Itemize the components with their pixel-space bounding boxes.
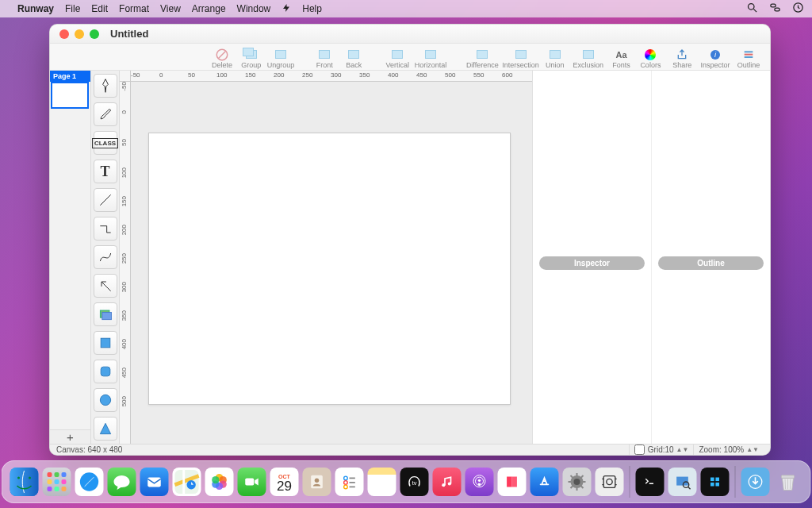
toolbar-exclusion[interactable]: Exclusion <box>571 44 606 69</box>
grid-checkbox[interactable] <box>634 444 645 455</box>
dock-contacts[interactable] <box>303 468 331 496</box>
curve-tool[interactable] <box>94 245 117 269</box>
triangle-tool[interactable] <box>94 417 117 441</box>
line-tool[interactable] <box>94 188 117 212</box>
svg-line-53 <box>581 486 584 488</box>
text-tool[interactable]: T <box>94 160 117 183</box>
toolbar-difference[interactable]: Difference <box>465 44 500 69</box>
toolbar-fonts-label: Fonts <box>612 61 630 69</box>
toolbar-ungroup[interactable]: Ungroup <box>267 44 295 69</box>
dock-preview[interactable] <box>668 468 697 496</box>
flip-vertical-icon <box>389 48 405 60</box>
brush-tool[interactable] <box>94 102 117 126</box>
dock-reminders[interactable] <box>335 468 364 496</box>
toolbar-union[interactable]: Union <box>542 44 569 69</box>
titlebar[interactable]: Untitled <box>50 25 770 44</box>
toolbar-delete-label: Delete <box>212 61 232 69</box>
svg-point-41 <box>442 483 445 487</box>
zoom-control[interactable]: Zoom: 100%▲▼ <box>693 444 764 455</box>
dock-terminal[interactable] <box>636 468 665 496</box>
page-thumb-1[interactable]: Page 1 <box>50 71 90 109</box>
dock-tv[interactable]: tv <box>400 468 429 496</box>
dock-notes[interactable] <box>368 468 396 496</box>
rectangle-tool[interactable] <box>94 331 117 355</box>
class-tool[interactable]: CLASS <box>94 131 117 155</box>
dock-safari[interactable] <box>75 468 104 496</box>
grid-control[interactable]: Grid:10▲▼ <box>629 444 694 455</box>
menu-window[interactable]: Window <box>237 3 271 14</box>
class-tool-label: CLASS <box>92 138 118 148</box>
svg-rect-58 <box>676 477 688 486</box>
toolbar-group[interactable]: Group <box>238 44 265 69</box>
toolbar-front[interactable]: Front <box>311 44 338 69</box>
svg-point-33 <box>315 478 320 483</box>
menu-arrange[interactable]: Arrange <box>192 3 226 14</box>
menu-help[interactable]: Help <box>302 3 322 14</box>
control-center-icon[interactable] <box>769 2 781 16</box>
ruler-horizontal: -50050100150200250300350400450500550600 <box>131 71 532 82</box>
orthogonal-line-tool[interactable] <box>94 217 117 241</box>
dock-launchpad[interactable] <box>43 468 71 496</box>
inspector-header[interactable]: Inspector <box>539 256 645 270</box>
arrow-tool[interactable] <box>94 274 117 298</box>
svg-text:tv: tv <box>412 479 417 487</box>
toolbar-back[interactable]: Back <box>340 44 367 69</box>
toolbar-colors[interactable]: Colors <box>637 44 664 69</box>
circle-tool[interactable] <box>94 388 117 412</box>
dock-downloads[interactable] <box>741 468 770 496</box>
dock-maps[interactable] <box>173 468 201 496</box>
dock-screenshot[interactable] <box>596 468 624 496</box>
svg-point-57 <box>607 479 612 484</box>
dock-facetime[interactable] <box>238 468 266 496</box>
toolbar-share[interactable]: Share <box>668 44 695 69</box>
dock-finder[interactable] <box>10 468 39 496</box>
pen-tool[interactable] <box>94 74 117 98</box>
dock-music[interactable] <box>433 468 462 496</box>
menu-view[interactable]: View <box>160 3 181 14</box>
toolbar-fonts[interactable]: AaFonts <box>608 44 635 69</box>
dock-settings[interactable] <box>563 468 592 496</box>
toolbar-delete[interactable]: Delete <box>209 44 236 69</box>
toolbar-outline[interactable]: Outline <box>735 44 762 69</box>
union-icon <box>547 48 563 60</box>
front-icon <box>316 48 332 60</box>
dock-photos[interactable] <box>205 468 234 496</box>
menu-format[interactable]: Format <box>119 3 149 14</box>
canvas-size-label: Canvas: 640 x 480 <box>56 445 122 454</box>
toolbar-vertical-label: Vertical <box>385 61 409 69</box>
dock-news[interactable] <box>498 468 527 496</box>
outline-header[interactable]: Outline <box>658 256 764 270</box>
menu-file[interactable]: File <box>65 3 80 14</box>
svg-rect-14 <box>102 313 111 320</box>
dock-calendar[interactable]: OCT 29 <box>270 468 299 496</box>
toolbar-back-label: Back <box>346 61 362 69</box>
rounded-rectangle-tool[interactable] <box>94 360 117 383</box>
dock-appstore[interactable] <box>530 468 559 496</box>
image-tool[interactable] <box>94 302 117 326</box>
clock-icon[interactable] <box>792 2 804 16</box>
dock-trash[interactable] <box>774 468 802 496</box>
add-page-button[interactable]: + <box>50 429 90 444</box>
spotlight-icon[interactable] <box>746 2 758 16</box>
toolbar-horizontal[interactable]: Horizontal <box>413 44 448 69</box>
menu-edit[interactable]: Edit <box>91 3 108 14</box>
dock-mail[interactable] <box>140 468 169 496</box>
calendar-day: 29 <box>277 479 292 493</box>
toolbar-difference-label: Difference <box>466 61 499 69</box>
window-close-button[interactable] <box>59 29 69 39</box>
toolbar-inspector[interactable]: iInspector <box>698 44 733 69</box>
toolbar-intersection-label: Intersection <box>502 61 539 69</box>
menu-scripts[interactable] <box>282 3 291 15</box>
window-zoom-button[interactable] <box>90 29 99 39</box>
dock-messages[interactable] <box>108 468 136 496</box>
fonts-icon: Aa <box>614 48 630 60</box>
window-minimize-button[interactable] <box>75 29 84 39</box>
toolbar-intersection[interactable]: Intersection <box>502 44 539 69</box>
dock-podcasts[interactable] <box>465 468 494 496</box>
dock-runway[interactable] <box>701 468 730 496</box>
toolbar-vertical[interactable]: Vertical <box>384 44 411 69</box>
canvas-area[interactable]: -50050100150200250300350400450500550600 … <box>120 71 532 444</box>
svg-point-38 <box>344 485 348 489</box>
app-name-menu[interactable]: Runway <box>17 3 54 14</box>
canvas-page[interactable] <box>148 133 511 405</box>
